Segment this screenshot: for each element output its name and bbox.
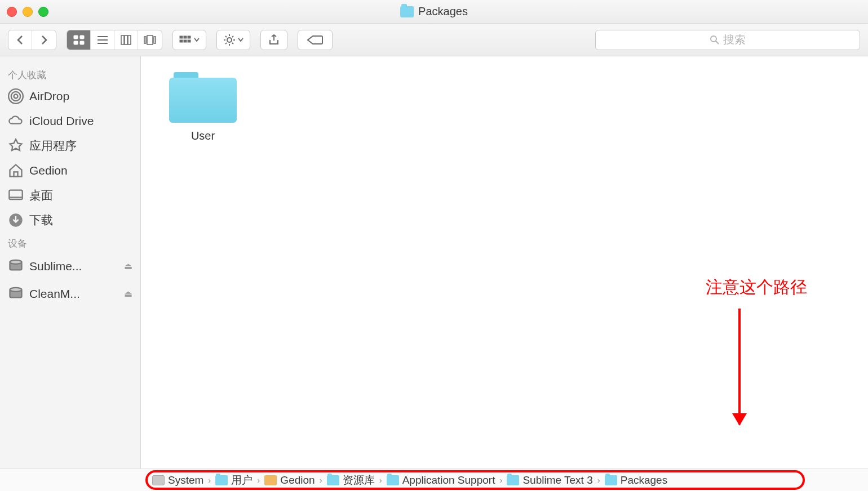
sidebar-device-1[interactable]: CleanM...⏏ — [0, 280, 140, 307]
breadcrumb-sublime[interactable]: Sublime Text 3 — [507, 474, 592, 486]
fullscreen-button[interactable] — [38, 7, 48, 17]
svg-rect-7 — [121, 35, 124, 44]
sidebar-item-desktop[interactable]: 桌面 — [0, 183, 140, 208]
titlebar: Packages — [0, 0, 868, 24]
folder-icon — [507, 475, 519, 485]
search-input[interactable]: 搜索 — [595, 30, 860, 50]
list-view-button[interactable] — [91, 30, 114, 50]
sidebar-device-0[interactable]: Sublime...⏏ — [0, 252, 140, 280]
folder-icon — [169, 72, 237, 123]
window-controls — [7, 7, 48, 17]
sidebar-item-icloud[interactable]: iCloud Drive — [0, 109, 140, 133]
toolbar: 搜索 — [0, 24, 868, 56]
breadcrumb-appsupport[interactable]: Application Support — [387, 474, 495, 486]
eject-icon[interactable]: ⏏ — [124, 288, 132, 299]
window-title-text: Packages — [418, 5, 468, 18]
sidebar: 个人收藏 AirDrop iCloud Drive 应用程序 Gedion 桌面… — [0, 56, 141, 468]
icon-view-button[interactable] — [67, 30, 91, 50]
annotation-arrow — [738, 309, 741, 425]
svg-point-19 — [227, 38, 232, 42]
svg-rect-1 — [80, 35, 84, 39]
forward-button[interactable] — [32, 30, 56, 50]
breadcrumb-users[interactable]: 用户 — [215, 473, 253, 488]
window-title: Packages — [400, 5, 468, 18]
search-placeholder: 搜索 — [723, 32, 746, 47]
sidebar-item-airdrop[interactable]: AirDrop — [0, 84, 140, 109]
view-buttons — [67, 30, 162, 50]
svg-rect-16 — [180, 40, 183, 42]
devices-header: 设备 — [0, 233, 140, 252]
folder-item-user[interactable]: User — [163, 72, 242, 142]
folder-icon — [387, 475, 399, 485]
breadcrumb-system[interactable]: System — [152, 474, 203, 486]
share-button[interactable] — [260, 30, 287, 50]
svg-point-23 — [11, 92, 20, 101]
content-area[interactable]: User — [141, 56, 868, 468]
svg-rect-14 — [184, 36, 187, 38]
gallery-view-button[interactable] — [138, 30, 162, 50]
folder-icon — [215, 475, 228, 485]
svg-rect-11 — [147, 35, 153, 44]
chevron-right-icon: › — [320, 475, 322, 485]
nav-buttons — [8, 30, 56, 50]
arrange-button[interactable] — [172, 30, 206, 50]
svg-rect-15 — [188, 36, 191, 38]
chevron-right-icon: › — [208, 475, 211, 485]
svg-rect-3 — [80, 41, 84, 44]
eject-icon[interactable]: ⏏ — [124, 261, 132, 271]
chevron-right-icon: › — [597, 475, 600, 485]
disk-icon — [152, 475, 165, 485]
sidebar-item-applications[interactable]: 应用程序 — [0, 133, 140, 158]
chevron-right-icon: › — [257, 475, 260, 485]
svg-point-30 — [10, 260, 22, 264]
svg-rect-25 — [14, 172, 18, 176]
folder-label: User — [191, 130, 215, 142]
folder-icon — [327, 475, 339, 485]
svg-rect-13 — [180, 36, 183, 38]
favorites-header: 个人收藏 — [0, 64, 140, 84]
svg-rect-17 — [184, 40, 187, 42]
svg-rect-18 — [188, 40, 191, 42]
tags-button[interactable] — [298, 30, 333, 50]
breadcrumb-gedion[interactable]: Gedion — [264, 474, 315, 486]
svg-point-22 — [14, 95, 18, 99]
chevron-right-icon: › — [379, 475, 382, 485]
action-button[interactable] — [216, 30, 250, 50]
svg-point-32 — [10, 288, 22, 292]
folder-icon — [605, 475, 617, 485]
breadcrumb-packages[interactable]: Packages — [605, 474, 667, 486]
minimize-button[interactable] — [23, 7, 33, 17]
home-icon — [264, 475, 277, 485]
breadcrumb-library[interactable]: 资源库 — [327, 473, 375, 488]
folder-icon — [400, 6, 414, 17]
column-view-button[interactable] — [114, 30, 138, 50]
close-button[interactable] — [7, 7, 17, 17]
svg-rect-12 — [154, 37, 156, 43]
sidebar-item-downloads[interactable]: 下载 — [0, 208, 140, 233]
sidebar-item-home[interactable]: Gedion — [0, 158, 140, 183]
annotation-text: 注意这个路径 — [706, 276, 807, 299]
chevron-right-icon: › — [499, 475, 502, 485]
path-bar: System › 用户 › Gedion › 资源库 › Application… — [0, 468, 868, 491]
svg-rect-8 — [125, 35, 127, 44]
back-button[interactable] — [8, 30, 32, 50]
svg-rect-2 — [74, 41, 78, 44]
svg-rect-0 — [74, 35, 78, 39]
svg-rect-9 — [128, 35, 131, 44]
svg-point-20 — [711, 36, 716, 42]
svg-rect-10 — [144, 37, 146, 43]
svg-line-21 — [716, 41, 719, 44]
